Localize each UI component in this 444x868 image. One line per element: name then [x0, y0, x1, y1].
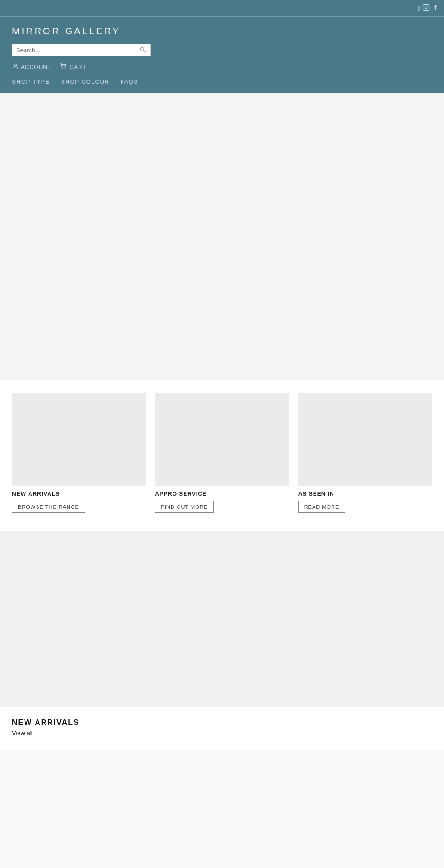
svg-line-4 [144, 51, 145, 52]
cart-label: CART [69, 64, 86, 70]
card-as-seen-in-title: AS SEEN IN [298, 491, 432, 497]
social-bar:  f [0, 0, 444, 16]
large-image-section [0, 531, 444, 707]
site-header:  f MIRROR GALLERY [0, 0, 444, 93]
card-as-seen-in-image [298, 393, 432, 486]
find-out-more-button[interactable]: FIND OUT MORE [155, 501, 214, 513]
read-more-button[interactable]: READ MORE [298, 501, 345, 513]
account-label: ACCOUNT [21, 64, 51, 70]
search-bar [12, 44, 151, 56]
nav-item-faqs[interactable]: FAQS [121, 79, 138, 85]
card-new-arrivals-title: NEW ARRIVALS [12, 491, 146, 497]
svg-point-1 [425, 6, 427, 8]
account-link[interactable]: ACCOUNT [12, 63, 51, 71]
cart-link[interactable]: CART [60, 63, 86, 71]
search-button[interactable] [138, 46, 147, 54]
nav-bar: SHOP TYPE SHOP COLOUR FAQS [0, 75, 444, 87]
three-col-section: NEW ARRIVALS BROWSE THE RANGE APPRO SERV… [0, 393, 444, 513]
new-arrivals-section: NEW ARRIVALS View all [0, 707, 444, 742]
svg-point-2 [427, 6, 428, 6]
card-new-arrivals-image [12, 393, 146, 486]
card-new-arrivals: NEW ARRIVALS BROWSE THE RANGE [12, 393, 146, 513]
card-appro-service-title: APPRO SERVICE [155, 491, 289, 497]
new-arrivals-title: NEW ARRIVALS [12, 718, 432, 727]
svg-point-5 [14, 64, 17, 66]
nav-item-shop-type[interactable]: SHOP TYPE [12, 79, 50, 85]
svg-point-7 [65, 68, 66, 69]
cart-icon [60, 63, 67, 71]
hero-image [0, 93, 444, 380]
card-appro-service: APPRO SERVICE FIND OUT MORE [155, 393, 289, 513]
search-bar-wrapper [0, 41, 444, 61]
account-cart-bar: ACCOUNT CART [0, 61, 444, 75]
view-all-link[interactable]: View all [12, 730, 33, 737]
logo-area: MIRROR GALLERY [0, 17, 444, 41]
product-grid [0, 749, 444, 868]
site-logo[interactable]: MIRROR GALLERY [12, 26, 432, 37]
card-appro-service-image [155, 393, 289, 486]
instagram-icon[interactable]:  [418, 4, 430, 12]
svg-point-6 [62, 68, 63, 69]
nav-item-shop-colour[interactable]: SHOP COLOUR [61, 79, 110, 85]
facebook-icon[interactable]: f [434, 4, 437, 12]
account-icon [12, 63, 18, 71]
search-input[interactable] [16, 47, 138, 54]
browse-range-button[interactable]: BROWSE THE RANGE [12, 501, 85, 513]
card-as-seen-in: AS SEEN IN READ MORE [298, 393, 432, 513]
svg-rect-0 [423, 4, 429, 10]
